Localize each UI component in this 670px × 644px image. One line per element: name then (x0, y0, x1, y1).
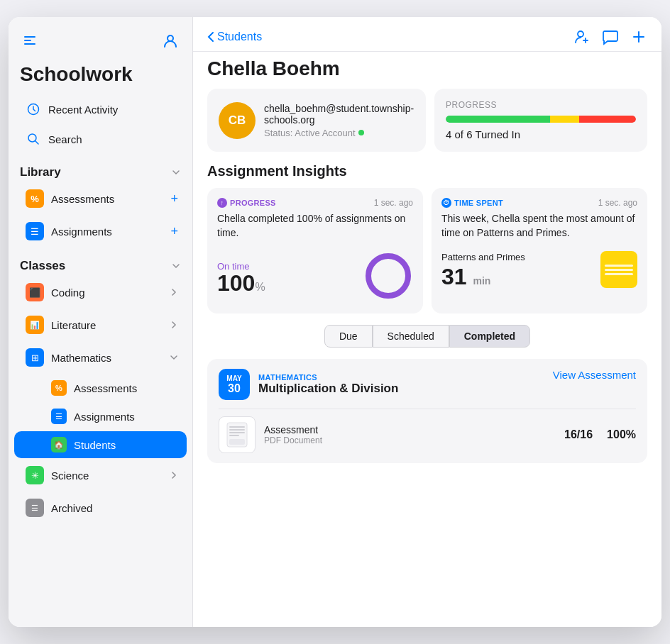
sidebar-top (9, 17, 192, 60)
donut-chart (363, 251, 413, 301)
progress-text: 4 of 6 Turned In (446, 128, 636, 140)
progress-bar-yellow (550, 116, 578, 123)
assignment-details: Assessment PDF Document 16/16 100% (219, 416, 636, 453)
time-insight-card: ⏱ TIME SPENT 1 sec. ago This week, Chell… (432, 188, 647, 313)
assignment-title: Multiplication & Division (258, 382, 398, 396)
svg-point-6 (578, 31, 583, 37)
literature-icon: 📊 (26, 316, 44, 334)
progress-bar (446, 116, 636, 123)
status-badge: Status: Active Account (264, 128, 414, 138)
literature-label: Literature (51, 319, 96, 331)
main-header: Students (193, 17, 661, 52)
insights-heading: Assignment Insights (207, 163, 647, 179)
sidebar-item-recent-activity[interactable]: Recent Activity (14, 95, 187, 123)
progress-desc: Chella completed 100% of assignments on … (217, 212, 413, 240)
math-assignments-label: Assignments (74, 411, 135, 423)
add-student-icon (573, 28, 591, 45)
add-student-button[interactable] (573, 28, 591, 45)
time-timestamp: 1 sec. ago (598, 198, 637, 208)
tab-due[interactable]: Due (324, 325, 373, 348)
sidebar-item-mathematics[interactable]: ⊞ Mathematics (14, 342, 187, 373)
date-month: MAY (226, 374, 241, 382)
svg-rect-2 (24, 43, 35, 45)
assignment-date: MAY 30 (219, 369, 250, 400)
sidebar-item-library-assessments[interactable]: % Assessments + (14, 183, 187, 214)
sidebar-item-science[interactable]: ✳ Science (14, 460, 187, 491)
mathematics-chevron-icon (170, 353, 178, 362)
classes-chevron-icon (171, 261, 181, 271)
doc-score: 16/16 100% (564, 428, 636, 441)
time-metric: Patterns and Primes 31 min (441, 251, 637, 288)
progress-card-header: ↑ PROGRESS 1 sec. ago (217, 198, 413, 208)
library-assessments-label: Assessments (51, 193, 114, 205)
status-text: Status: Active Account (264, 128, 356, 138)
status-dot (358, 130, 364, 135)
doc-title: Assessment (264, 424, 322, 435)
message-button[interactable] (602, 28, 619, 45)
back-button[interactable]: Students (207, 30, 262, 43)
patterns-label: Patterns and Primes (441, 252, 525, 262)
sidebar-toggle-button[interactable] (20, 30, 40, 54)
main-content: Students (193, 17, 661, 627)
tab-completed[interactable]: Completed (449, 325, 530, 348)
tab-scheduled[interactable]: Scheduled (373, 325, 449, 348)
science-chevron-icon (170, 471, 178, 479)
score-percent: 100% (607, 428, 636, 441)
profile-card: CB chella_boehm@student.township-schools… (207, 89, 426, 152)
classes-title: Classes (20, 259, 65, 273)
back-chevron-icon (207, 31, 214, 43)
svg-rect-12 (229, 432, 245, 433)
sidebar-item-math-assignments[interactable]: ☰ Assignments (14, 403, 187, 430)
doc-type: PDF Document (264, 435, 322, 445)
science-label: Science (51, 470, 89, 482)
time-badge: ⏱ TIME SPENT (441, 198, 503, 208)
app-window: Schoolwork Recent Activity Search Lib (9, 17, 661, 627)
sidebar-item-archived[interactable]: ☰ Archived (14, 492, 187, 523)
pdf-icon (226, 422, 248, 448)
search-label: Search (48, 133, 82, 145)
library-title: Library (20, 165, 61, 179)
sidebar-item-literature[interactable]: 📊 Literature (14, 309, 187, 340)
assignment-info: MATHEMATICS Multiplication & Division (258, 373, 398, 396)
recent-activity-label: Recent Activity (48, 104, 118, 116)
math-students-icon: 🏠 (51, 437, 67, 453)
top-cards: CB chella_boehm@student.township-schools… (193, 89, 661, 163)
sidebar-item-coding[interactable]: ⬛ Coding (14, 277, 187, 308)
sidebar-item-math-students[interactable]: 🏠 Students (14, 431, 187, 458)
library-chevron-icon (171, 167, 181, 177)
sidebar-item-library-assignments[interactable]: ☰ Assignments + (14, 216, 187, 247)
doc-thumbnail (219, 416, 256, 453)
progress-badge-icon: ↑ (217, 198, 227, 208)
progress-card: PROGRESS 4 of 6 Turned In (434, 89, 647, 152)
science-icon: ✳ (26, 466, 44, 484)
back-label: Students (217, 30, 262, 43)
app-title: Schoolwork (9, 60, 192, 94)
svg-rect-10 (229, 426, 245, 428)
add-button[interactable] (630, 28, 647, 45)
sidebar-item-math-assessments[interactable]: % Assessments (14, 374, 187, 401)
coding-chevron-icon (170, 288, 178, 296)
assessments-icon: % (26, 189, 44, 208)
add-icon (630, 28, 647, 45)
sidebar-item-search[interactable]: Search (14, 125, 187, 153)
literature-chevron-icon (170, 321, 178, 329)
view-assessment-button[interactable]: View Assessment (553, 369, 636, 381)
add-assessment-button[interactable]: + (170, 191, 178, 206)
assignments-icon: ☰ (26, 222, 44, 240)
profile-button[interactable] (160, 30, 181, 55)
math-assessments-label: Assessments (74, 382, 137, 394)
insights-cards: ↑ PROGRESS 1 sec. ago Chella completed 1… (207, 188, 647, 313)
progress-badge: ↑ PROGRESS (217, 198, 276, 208)
search-icon (26, 131, 41, 147)
progress-label: PROGRESS (446, 100, 636, 110)
archived-icon: ☰ (26, 499, 44, 517)
student-name: Chella Boehm (193, 52, 661, 89)
student-email: chella_boehm@student.township-schools.or… (264, 103, 414, 126)
date-day: 30 (228, 382, 241, 395)
avatar: CB (219, 102, 256, 139)
classes-section-header: Classes (9, 250, 192, 276)
archived-label: Archived (51, 502, 92, 514)
assignment-card: MAY 30 MATHEMATICS Multiplication & Divi… (207, 359, 647, 463)
add-assignment-button[interactable]: + (170, 224, 178, 239)
svg-rect-13 (229, 435, 239, 436)
